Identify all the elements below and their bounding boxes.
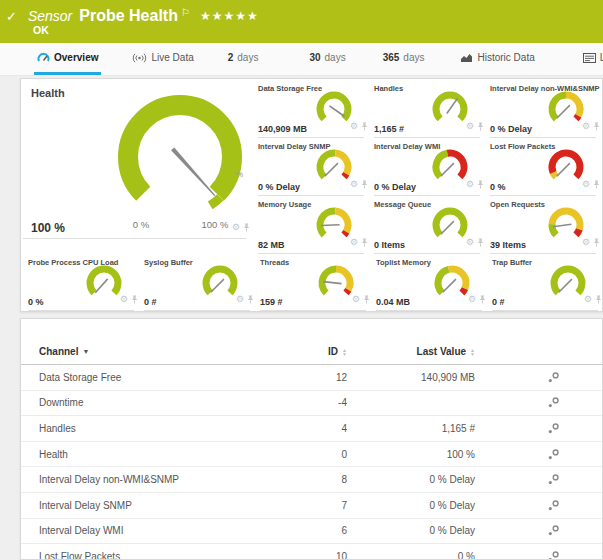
pin-button[interactable] (477, 117, 484, 135)
gauge-tile-syslog-buffer[interactable]: Syslog Buffer0 #⚙ (142, 254, 258, 311)
pin-button[interactable] (593, 175, 600, 193)
channel-row-interval-delay-wmi[interactable]: Interval Delay WMI60 % Delay (21, 519, 602, 545)
gear-icon[interactable]: ⚙ (350, 122, 358, 131)
gauge-tile-message-queue[interactable]: Message Queue0 Items⚙ (372, 196, 488, 254)
wrench-icon (547, 448, 560, 461)
tab-365-days[interactable]: 365days (380, 43, 428, 75)
column-header-channel[interactable]: Channel▼ (21, 346, 311, 357)
tab-30-days[interactable]: 30days (306, 43, 348, 75)
channel-settings-button[interactable] (475, 448, 602, 461)
channel-settings-button[interactable] (475, 473, 602, 486)
column-header-id[interactable]: ID▲▼ (311, 346, 347, 357)
tab-2-days[interactable]: 2days (225, 43, 262, 75)
channel-settings-button[interactable] (475, 524, 602, 537)
gauge-title: Health (31, 87, 65, 99)
channel-row-interval-delay-non-wmi-snmp[interactable]: Interval Delay non-WMI&SNMP80 % Delay (21, 467, 602, 493)
tile-divider (23, 238, 246, 239)
channel-name[interactable]: Data Storage Free (21, 372, 311, 383)
pin-button[interactable] (477, 175, 484, 193)
tab-log[interactable]: Log (580, 43, 603, 75)
channel-name[interactable]: Health (21, 449, 311, 460)
gear-icon[interactable]: ⚙ (584, 295, 592, 304)
gauge-tile-health[interactable]: Health % 0 % 100 % 100 % ⚙ (21, 79, 254, 239)
channel-row-handles[interactable]: Handles41,165 # (21, 416, 602, 442)
gear-icon[interactable]: ⚙ (350, 180, 358, 189)
gear-icon[interactable]: ⚙ (582, 238, 590, 247)
channel-settings-button[interactable] (475, 371, 602, 384)
tab-historic-data[interactable]: Historic Data (457, 43, 537, 75)
pin-button[interactable] (243, 218, 250, 236)
tile-divider (144, 310, 250, 311)
channel-name[interactable]: Handles (21, 423, 311, 434)
gear-icon[interactable]: ⚙ (582, 180, 590, 189)
pin-button[interactable] (361, 233, 368, 251)
gear-icon[interactable]: ⚙ (466, 122, 474, 131)
pin-button[interactable] (595, 290, 602, 308)
gear-icon[interactable]: ⚙ (352, 295, 360, 304)
gear-icon[interactable]: ⚙ (350, 238, 358, 247)
tile-divider (28, 310, 134, 311)
sort-desc-icon[interactable]: ▼ (82, 348, 89, 355)
gauge-unit-label: % (236, 170, 243, 179)
channel-row-interval-delay-snmp[interactable]: Interval Delay SNMP70 % Delay (21, 493, 602, 519)
flag-icon[interactable]: ⚐ (181, 7, 190, 18)
gear-icon[interactable]: ⚙ (466, 238, 474, 247)
sort-toggle-icon[interactable]: ▲▼ (470, 348, 475, 356)
pin-button[interactable] (479, 290, 486, 308)
channel-row-health[interactable]: Health0100 % (21, 442, 602, 468)
pin-button[interactable] (247, 290, 254, 308)
tile-actions: ⚙ (468, 290, 486, 308)
channel-row-data-storage-free[interactable]: Data Storage Free12140,909 MB (21, 365, 602, 391)
channel-row-lost-flow-packets[interactable]: Lost Flow Packets100 % (21, 544, 602, 560)
gauge-tile-data-storage-free[interactable]: Data Storage Free140,909 MB⚙ (256, 80, 372, 138)
gauge-grid-3col: Data Storage Free140,909 MB⚙Handles1,165… (256, 80, 603, 254)
pin-button[interactable] (361, 117, 368, 135)
health-gauge-dial: % (85, 91, 275, 219)
pin-button[interactable] (361, 175, 368, 193)
gear-icon[interactable]: ⚙ (232, 223, 240, 232)
gauge-tile-memory-usage[interactable]: Memory Usage82 MB⚙ (256, 196, 372, 254)
gauge-tile-interval-delay-snmp[interactable]: Interval Delay SNMP0 % Delay⚙ (256, 138, 372, 196)
gauge-tile-open-requests[interactable]: Open Requests39 Items⚙ (488, 196, 603, 254)
gauge-tile-toplist-memory[interactable]: Toplist Memory0.04 MB⚙ (374, 254, 490, 311)
pin-button[interactable] (131, 290, 138, 308)
channel-settings-button[interactable] (475, 396, 602, 409)
channel-row-downtime[interactable]: Downtime-4 (21, 391, 602, 417)
gauge-needle (447, 98, 458, 113)
tab-live-data[interactable]: Live Data (129, 43, 196, 75)
gauge-tile-interval-delay-non-wmi-snmp[interactable]: Interval Delay non-WMI&SNMP0 % Delay⚙ (488, 80, 603, 138)
channel-name[interactable]: Interval Delay SNMP (21, 500, 311, 511)
gear-icon[interactable]: ⚙ (582, 122, 590, 131)
pin-button[interactable] (593, 233, 600, 251)
column-header-last-value[interactable]: Last Value▲▼ (347, 346, 475, 357)
gauge-value: 82 MB (258, 240, 285, 250)
pin-button[interactable] (593, 117, 600, 135)
channel-name[interactable]: Downtime (21, 397, 311, 408)
gauge-needle (557, 163, 570, 176)
gauge-needle (553, 224, 571, 227)
gauge-tile-threads[interactable]: Threads159 #⚙ (258, 254, 374, 311)
channel-name[interactable]: Lost Flow Packets (21, 551, 311, 560)
gauges-panel: Health % 0 % 100 % 100 % ⚙ Data Storage … (20, 78, 603, 312)
gauge-value: 0 % (28, 297, 44, 307)
channel-settings-button[interactable] (475, 422, 602, 435)
gear-icon[interactable]: ⚙ (468, 295, 476, 304)
gauge-value: 159 # (260, 297, 283, 307)
gauge-tile-lost-flow-packets[interactable]: Lost Flow Packets0 %⚙ (488, 138, 603, 196)
tab-overview[interactable]: Overview (34, 43, 101, 75)
gear-icon[interactable]: ⚙ (466, 180, 474, 189)
gear-icon[interactable]: ⚙ (236, 295, 244, 304)
channel-name[interactable]: Interval Delay non-WMI&SNMP (21, 474, 311, 485)
channel-settings-button[interactable] (475, 499, 602, 512)
pin-button[interactable] (477, 233, 484, 251)
priority-stars[interactable]: ★★★★★ (200, 9, 259, 23)
gear-icon[interactable]: ⚙ (120, 295, 128, 304)
channel-settings-button[interactable] (475, 550, 602, 560)
gauge-tile-trap-buffer[interactable]: Trap Buffer0 #⚙ (490, 254, 603, 311)
tile-divider (260, 310, 366, 311)
gauge-tile-probe-process-cpu-load[interactable]: Probe Process CPU Load0 %⚙ (26, 254, 142, 311)
gauge-tile-interval-delay-wmi[interactable]: Interval Delay WMI0 % Delay⚙ (372, 138, 488, 196)
pin-button[interactable] (363, 290, 370, 308)
gauge-tile-handles[interactable]: Handles1,165 #⚙ (372, 80, 488, 138)
channel-name[interactable]: Interval Delay WMI (21, 525, 311, 536)
